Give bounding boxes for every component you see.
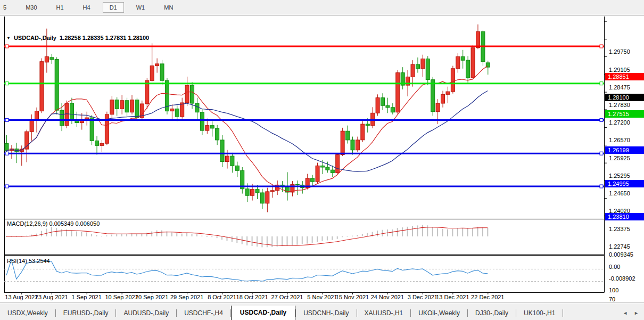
macd-axis-label: -0.008902 xyxy=(609,275,635,282)
tab-usdx-weekly[interactable]: USDX,Weekly xyxy=(0,306,55,320)
chart-window: ▼ USDCAD-,Daily 1.28258 1.28335 1.27831 … xyxy=(0,15,644,303)
tab-eurusd-daily[interactable]: EURUSD-,Daily xyxy=(56,306,116,320)
price-badge-1.24995: 1.24995 xyxy=(605,180,644,187)
symbol-dropdown-icon[interactable]: ▼ xyxy=(6,36,11,40)
price-axis-label: 1.25295 xyxy=(609,172,630,179)
chart-tabs: USDX,WeeklyEURUSD-,DailyAUDUSD-,DailyUSD… xyxy=(0,306,623,320)
macd-axis-label: 0.00 xyxy=(609,263,620,270)
price-badge-1.28851: 1.28851 xyxy=(605,73,644,80)
price-axis-label: 1.27200 xyxy=(609,119,630,126)
price-badge-1.26199: 1.26199 xyxy=(605,146,644,154)
chart-ohlc-values: 1.28258 1.28335 1.27831 1.28100 xyxy=(60,35,149,41)
tab-ukoil-weekly[interactable]: UKOil-,Weekly xyxy=(411,306,467,320)
macd-panel-resize-handle[interactable] xyxy=(4,217,604,220)
tab-usdcnh-daily[interactable]: USDCNH-,Daily xyxy=(296,306,356,320)
timeframe-toolbar: 5M30H1H4D1W1MN xyxy=(0,0,644,15)
date-axis-label: 22 Dec 2021 xyxy=(466,294,509,300)
tab-scroll-right-icon[interactable]: ► xyxy=(634,311,639,316)
timeframe-button-mn[interactable]: MN xyxy=(157,2,180,13)
price-axis-label: 1.29105 xyxy=(609,66,630,73)
price-axis-label: 1.26570 xyxy=(609,136,630,144)
price-axis-label: 1.24650 xyxy=(609,190,630,197)
timeframe-button-w1[interactable]: W1 xyxy=(129,2,152,13)
chart-tabs-bar: USDX,WeeklyEURUSD-,DailyAUDUSD-,DailyUSD… xyxy=(0,303,644,320)
tab-scroll-left-icon[interactable]: ◄ xyxy=(623,311,628,316)
price-axis-label: 1.23375 xyxy=(609,225,630,233)
tab-dj30-daily[interactable]: DJ30-,Daily xyxy=(468,306,516,320)
tab-audusd-daily[interactable]: AUDUSD-,Daily xyxy=(116,306,176,320)
tab-separator xyxy=(563,309,563,317)
tab-usdcad-daily[interactable]: USDCAD-,Daily xyxy=(231,306,295,320)
price-axis-label: 1.28475 xyxy=(609,84,630,91)
macd-indicator-label: MACD(12,26,9) 0.005349 0.006050 xyxy=(7,220,100,227)
price-badge-1.23810: 1.23810 xyxy=(605,213,644,220)
price-badge-1.28100: 1.28100 xyxy=(605,94,644,101)
chart-symbol-label: USDCAD-,Daily xyxy=(14,35,56,41)
rsi-indicator-label: RSI(14) 53.2544 xyxy=(7,258,50,264)
timeframe-button-d1[interactable]: D1 xyxy=(103,2,124,13)
tab-scroll-arrows: ◄ ► xyxy=(623,311,639,316)
tab-xauusd-h1[interactable]: XAUUSD-,H1 xyxy=(357,306,411,320)
chart-title-bar: ▼ USDCAD-,Daily 1.28258 1.28335 1.27831 … xyxy=(6,35,149,41)
rsi-axis-label: 70 xyxy=(609,296,615,303)
rsi-panel-resize-handle[interactable] xyxy=(4,253,604,257)
timeframe-button-m30[interactable]: M30 xyxy=(19,2,44,13)
timeframe-button-5[interactable]: 5 xyxy=(0,2,13,13)
macd-axis-label: 0.009345 xyxy=(609,251,633,258)
tab-usdchf-h4[interactable]: USDCHF-,H4 xyxy=(177,306,230,320)
mt4-window: 5M30H1H4D1W1MN ▼ USDCAD-,Daily 1.28258 1… xyxy=(0,0,644,320)
price-badge-1.27515: 1.27515 xyxy=(605,110,644,118)
timeframe-button-h1[interactable]: H1 xyxy=(49,2,71,13)
rsi-axis-label: 100 xyxy=(609,286,618,294)
tab-uk100-h1[interactable]: UK100-,H1 xyxy=(516,306,563,320)
price-axis-label: 1.27830 xyxy=(609,101,630,109)
price-axis-label: 1.25925 xyxy=(609,154,630,162)
price-axis-label: 1.29750 xyxy=(609,48,630,55)
price-axis-label: 1.22745 xyxy=(609,243,630,250)
timeframe-button-h4[interactable]: H4 xyxy=(76,2,97,13)
